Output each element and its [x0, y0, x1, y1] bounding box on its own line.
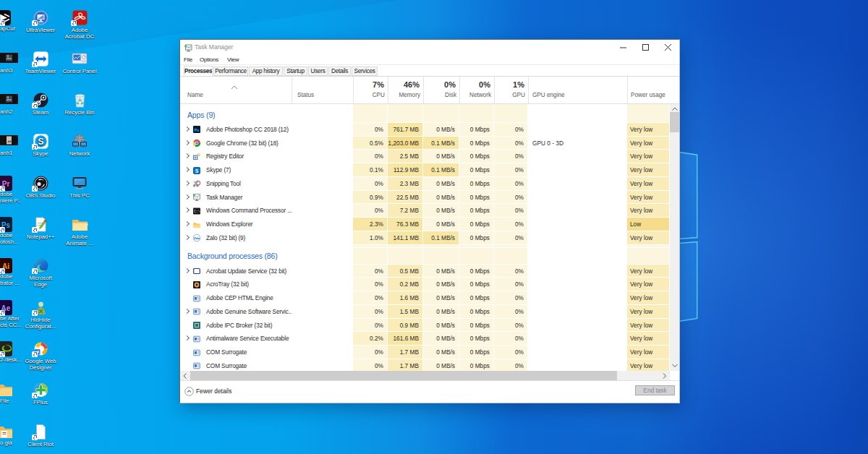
svg-text:Ps: Ps	[194, 128, 200, 132]
svg-text:C:\: C:\	[194, 209, 200, 213]
svg-text:S: S	[38, 137, 43, 147]
svg-text:Zalo: Zalo	[194, 236, 200, 240]
